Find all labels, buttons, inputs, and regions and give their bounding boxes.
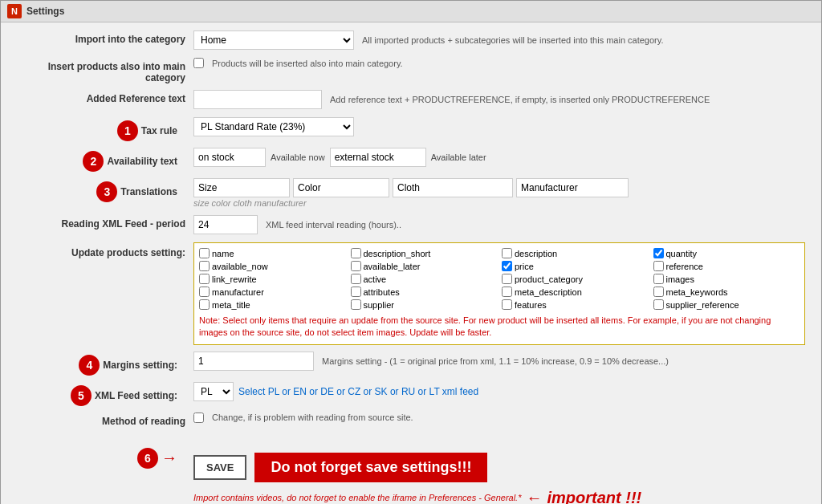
save-notice-text: Do not forget save settings!!! (271, 459, 471, 476)
update-note: Note: Select only items that require an … (199, 315, 800, 339)
import-category-row: Import into the category Home All import… (17, 30, 805, 51)
cb-price-item: price (502, 261, 649, 271)
trans-size-input[interactable] (193, 178, 290, 197)
cb-attributes-item: attributes (351, 287, 498, 297)
tax-rule-row: 1 Tax rule PL Standard Rate (23%) (17, 117, 805, 141)
window-title: Settings (26, 6, 64, 17)
cb-attributes-label: attributes (364, 287, 400, 297)
insert-products-checkbox[interactable] (193, 58, 204, 68)
cb-meta-description-item: meta_description (502, 287, 649, 297)
added-reference-control: Add reference text + PRODUCTREFERENCE, i… (193, 90, 805, 109)
tax-rule-label: Tax rule (141, 125, 177, 136)
cb-supplier-reference[interactable] (653, 299, 664, 310)
settings-window: N Settings Import into the category Home… (0, 0, 822, 504)
cb-supplier-reference-label: supplier_reference (666, 300, 739, 310)
cb-images-label: images (666, 274, 694, 284)
reading-xml-input[interactable] (193, 215, 258, 234)
save-section: SAVE Do not forget save settings!!! (193, 453, 487, 482)
method-reading-hint: Change, if is problem with reading from … (212, 413, 413, 422)
cb-images[interactable] (653, 274, 664, 284)
cb-meta-keywords-label: meta_keywords (666, 287, 728, 297)
cb-reference[interactable] (653, 261, 664, 271)
tax-rule-control: PL Standard Rate (23%) (193, 117, 805, 136)
checkbox-group: name description_short description (193, 242, 805, 345)
tax-rule-select[interactable]: PL Standard Rate (23%) (193, 117, 354, 136)
cb-features[interactable] (502, 299, 512, 310)
cb-active-label: active (364, 274, 387, 284)
cb-name-item: name (199, 248, 346, 258)
cb-active[interactable] (351, 274, 361, 284)
badge-6: 6 (137, 448, 158, 469)
added-reference-row: Added Reference text Add reference text … (17, 90, 805, 111)
cb-description-label: description (515, 249, 557, 258)
availability-inputs: Available now Available later (193, 148, 486, 167)
cb-active-item: active (351, 274, 498, 284)
import-category-select[interactable]: Home (193, 30, 354, 50)
important-row: Import contains videos, do not forget to… (193, 489, 805, 504)
import-category-hint: All imported products + subcategories wi… (362, 35, 664, 45)
cb-name-label: name (212, 249, 234, 258)
method-reading-checkbox[interactable] (193, 413, 204, 423)
cb-reference-label: reference (666, 262, 703, 271)
method-reading-control: Change, if is problem with reading from … (193, 413, 805, 423)
xml-feed-link[interactable]: Select PL or EN or DE or CZ or SK or RU … (238, 386, 478, 397)
xml-feed-label-col: 5 XML Feed setting: (17, 382, 193, 406)
margins-input[interactable] (193, 352, 314, 371)
cb-quantity[interactable] (653, 248, 664, 258)
cb-available-now-item: available_now (199, 261, 346, 271)
cb-meta-keywords[interactable] (653, 287, 664, 297)
import-category-control: Home All imported products + subcategori… (193, 30, 805, 50)
settings-content: Import into the category Home All import… (1, 22, 821, 504)
title-bar: N Settings (1, 1, 821, 22)
cb-available-later-item: available_later (351, 261, 498, 271)
cb-available-later[interactable] (351, 261, 361, 271)
cb-product-category[interactable] (502, 274, 512, 284)
cb-supplier[interactable] (351, 299, 361, 310)
added-reference-hint: Add reference text + PRODUCTREFERENCE, i… (330, 95, 710, 104)
reading-xml-control: XML feed interval reading (hours).. (193, 215, 805, 234)
insert-products-hint: Products will be inserted also into main… (212, 59, 403, 68)
cb-quantity-item: quantity (653, 248, 800, 258)
reading-xml-label: Reading XML Feed - period (17, 215, 193, 230)
save-control: SAVE Do not forget save settings!!! (193, 445, 805, 482)
insert-products-control: Products will be inserted also into main… (193, 58, 805, 68)
badge-5: 5 (71, 385, 92, 406)
cb-link-rewrite[interactable] (199, 274, 210, 284)
cb-meta-description[interactable] (502, 287, 512, 297)
insert-products-row: Insert products also into main category … (17, 58, 805, 83)
svg-text:N: N (11, 6, 18, 16)
cb-description[interactable] (502, 248, 512, 258)
xml-feed-select[interactable]: PL EN DE CZ SK RU LT (193, 382, 234, 401)
trans-color-input[interactable] (293, 178, 389, 197)
cb-name[interactable] (199, 248, 210, 258)
cb-meta-keywords-item: meta_keywords (653, 287, 800, 297)
cb-manufacturer-label: manufacturer (212, 287, 264, 297)
cb-description-item: description (502, 248, 649, 258)
save-label-wrapper: 6 → (17, 448, 185, 469)
cb-price[interactable] (502, 261, 512, 271)
avail-on-stock-input[interactable] (193, 148, 266, 167)
availability-label-col: 2 Availability text (17, 148, 193, 172)
cb-meta-title[interactable] (199, 299, 210, 310)
translations-label: Translations (120, 186, 177, 197)
availability-row: 2 Availability text Available now Availa… (17, 148, 805, 172)
xml-feed-inputs: PL EN DE CZ SK RU LT Select PL or EN or … (193, 382, 478, 401)
cb-manufacturer[interactable] (199, 287, 210, 297)
update-products-row: Update products setting: name descriptio… (17, 242, 805, 345)
cb-available-now[interactable] (199, 261, 210, 271)
arrow-left-icon: ← (526, 489, 542, 504)
translations-row: 3 Translations size color cloth manufact… (17, 178, 805, 209)
cb-desc-short[interactable] (351, 248, 361, 258)
translations-inputs: size color cloth manufacturer (193, 178, 629, 209)
added-reference-input[interactable] (193, 90, 322, 109)
cb-supplier-reference-item: supplier_reference (653, 299, 800, 310)
trans-cloth-input[interactable] (393, 178, 513, 197)
save-button[interactable]: SAVE (193, 455, 246, 480)
trans-manufacturer-input[interactable] (516, 178, 629, 197)
avail-external-input[interactable] (330, 148, 426, 167)
cb-attributes[interactable] (351, 287, 361, 297)
availability-control: Available now Available later (193, 148, 805, 167)
cb-features-label: features (515, 300, 547, 310)
cb-quantity-label: quantity (666, 249, 698, 258)
xml-feed-label-wrapper: 5 XML Feed setting: (17, 385, 185, 406)
